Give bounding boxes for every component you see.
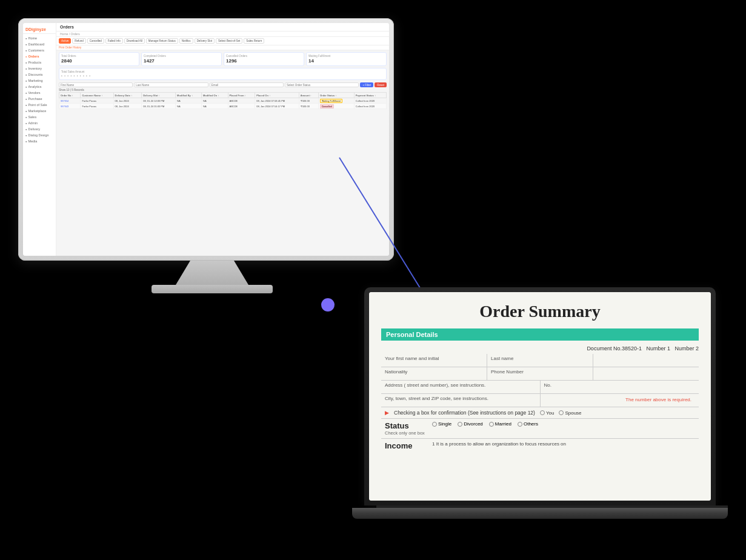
select-best-button[interactable]: Select Best-of-Set [216,38,242,44]
sidebar-item-inventory[interactable]: Inventory [23,65,56,72]
col-delivery-slot: Delivery Slot ↑ [142,93,176,98]
reset-button[interactable]: Reset [375,82,387,87]
divorced-checkbox[interactable] [458,422,462,427]
order-summary-content: Order Summary Personal Details Document … [369,292,711,501]
active-button[interactable]: Active [59,38,71,44]
laptop-device: Order Summary Personal Details Document … [364,287,728,542]
modified-by-cell: NA [176,98,202,104]
col-amount: Amount ↑ [299,93,318,98]
lastname-input[interactable] [134,82,208,87]
sidebar-item-orders[interactable]: Orders [23,53,56,59]
document-number: Document No.38520-1 Number 1 Number 2 [381,345,699,352]
stats-row: Total Orders 2840 Completed Orders 1427 … [56,50,389,68]
total-orders-value: 2840 [61,58,137,64]
sidebar-item-sales[interactable]: Sales [23,114,56,120]
field-no-label: No. [541,381,699,393]
status-married[interactable]: Married [489,421,511,427]
laptop-screen-area: Order Summary Personal Details Document … [364,287,716,505]
breadcrumb: Home / Orders [56,32,389,37]
field-phone-label: Phone Number [487,367,593,380]
field-nationality-value [593,367,699,380]
customer-cell: Farfar Pizzas [81,104,113,109]
field-firstname-label: Your first name and initial [381,354,487,367]
search-button[interactable]: + Filter [360,82,373,87]
download-all-button[interactable]: Download All [124,38,145,44]
status-single[interactable]: Single [432,421,451,427]
sales-return-button[interactable]: Sales Return [244,38,264,44]
form-row-3: Address ( street and number), see instru… [381,381,699,394]
sidebar-item-products[interactable]: Products [23,59,56,65]
cancelled-button[interactable]: Cancelled [87,38,104,44]
check-only-label: Check only one box [385,430,427,436]
col-delivery-date: Delivery Date ↑ [113,93,142,98]
monitor-base [152,285,273,293]
modified-by-cell: NA [176,104,202,109]
completed-orders-label: Completed Orders [144,55,219,58]
income-text: 1 It is a process to allow an organizati… [432,441,566,447]
field-nationality-label: Nationality [381,367,487,380]
married-checkbox[interactable] [489,422,494,427]
sidebar-item-discounts[interactable]: Discounts [23,72,56,78]
firstname-input[interactable] [59,82,133,87]
placed-on-cell: 08, Jan 2024 07:54:17 PM [255,104,299,109]
failed-info-button[interactable]: Failed Info [105,38,123,44]
sidebar-item-media[interactable]: Media [23,138,56,144]
sales-value: • • • • • • • • • • [61,74,384,78]
refund-button[interactable]: Refund [72,38,86,44]
order-status-cell[interactable]: Cancelled [319,104,355,109]
sidebar-item-dialog[interactable]: Dialog Design [23,132,56,138]
form-row-1: Your first name and initial Last name [381,354,699,367]
col-modified-by: Modified By ↑ [176,93,202,98]
monitor-stand [176,261,248,285]
laptop-screen: Order Summary Personal Details Document … [369,292,711,501]
modified-on-cell: NA [202,98,228,104]
status-divorced[interactable]: Divorced [458,421,483,427]
checkbox-you[interactable]: You [540,410,555,416]
checkbox-spouse[interactable]: Spouse [559,410,581,416]
sidebar-item-analytics[interactable]: Analytics [23,84,56,90]
col-placed-on: Placed On ↑ [255,93,299,98]
waiting-orders-value: 14 [308,58,384,64]
page-title: Orders [60,25,74,29]
cancelled-orders-label: Cancelled Orders [226,55,302,58]
app-screen: DDiginyze Home Dashboard Customers Order… [23,23,389,256]
orders-toolbar: Active Refund Cancelled Failed Info Down… [56,37,389,45]
checkbox-instruction-text: Checking a box for confirmation (See ins… [394,410,535,416]
print-order-button[interactable]: Print Order History [56,45,389,50]
payment-status-cell: Collect from 2020 [354,98,386,104]
spouse-checkbox[interactable] [559,410,564,415]
order-no-cell: 987643 [59,104,81,109]
income-section: Income 1 It is a process to allow an org… [381,439,699,453]
sidebar-item-customers[interactable]: Customers [23,47,56,53]
others-checkbox[interactable] [518,422,522,427]
checkbox-row: ▶ Checking a box for confirmation (See i… [381,407,699,419]
sidebar-item-marketing[interactable]: Marketing [23,78,56,84]
sidebar-item-purchase[interactable]: Purchase [23,96,56,102]
col-modified-on: Modified On ↑ [202,93,228,98]
status-select[interactable] [285,82,359,87]
status-badge: Waiting Fulfillment [320,99,342,103]
status-others[interactable]: Others [518,421,538,427]
field-lastname-label: Last name [487,354,593,367]
form-row-2: Nationality Phone Number [381,367,699,381]
order-status-cell[interactable]: Waiting Fulfillment [319,98,355,104]
single-checkbox[interactable] [432,422,437,427]
sidebar-item-dashboard[interactable]: Dashboard [23,41,56,47]
sidebar-item-admin[interactable]: Admin [23,120,56,126]
order-summary-title: Order Summary [381,302,699,321]
app-topbar: Orders [56,23,389,32]
sidebar-item-pos[interactable]: Point of Sale [23,102,56,108]
you-checkbox[interactable] [540,410,545,415]
total-orders-label: Total Orders [61,55,137,58]
delivery-date-cell: 08, Jan 2024 [113,98,142,104]
manage-return-button[interactable]: Manage Return Status [146,38,178,44]
sidebar-item-vendors[interactable]: Vendors [23,90,56,96]
cancelled-orders-card: Cancelled Orders 1296 [224,52,304,66]
notifics-button[interactable]: Notifics [179,38,193,44]
sidebar-item-marketplace[interactable]: Marketplace [23,108,56,114]
email-input[interactable] [210,82,284,87]
checkbox-arrow-icon: ▶ [385,410,389,416]
delivery-slot-button[interactable]: Delivery Slot [195,38,215,44]
sidebar-item-delivery[interactable]: Delivery [23,126,56,132]
sidebar-item-home[interactable]: Home [23,35,56,41]
